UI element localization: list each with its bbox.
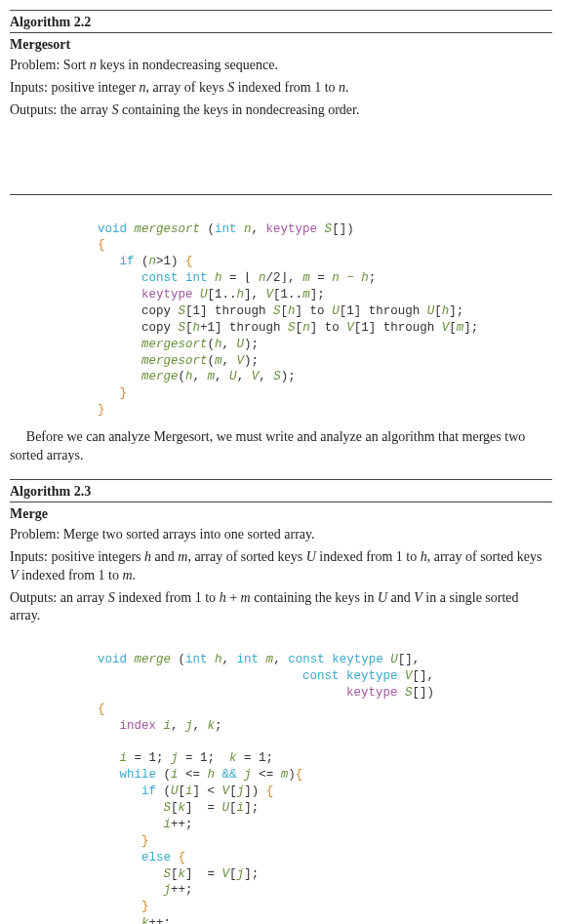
label: Inputs: <box>10 549 51 564</box>
text: the array S containing the keys in nonde… <box>60 102 360 117</box>
algo22-problem: Problem: Sort n keys in nondecreasing se… <box>10 57 552 75</box>
label: Inputs: <box>10 80 51 95</box>
algo22-name: Mergesort <box>10 37 552 53</box>
text: Sort n keys in nondecreasing sequence. <box>63 58 278 72</box>
mid-paragraph: Before we can analyze Mergesort, we must… <box>10 428 552 465</box>
label: Outputs: <box>10 102 60 117</box>
text: positive integer n, array of keys S inde… <box>51 80 348 95</box>
algo22-code: void mergesort (int n, keytype S[]) { if… <box>98 205 552 419</box>
algo23-outputs: Outputs: an array S indexed from 1 to h … <box>10 589 552 626</box>
text: an array S indexed from 1 to h + m conta… <box>10 590 519 623</box>
algo22-inputs: Inputs: positive integer n, array of key… <box>10 79 552 98</box>
label: Problem: <box>10 58 63 72</box>
algo22-outputs: Outputs: the array S containing the keys… <box>10 101 552 120</box>
text: positive integers h and m, array of sort… <box>10 549 542 583</box>
algo22-title: Algorithm 2.2 <box>10 15 552 30</box>
algo23-inputs: Inputs: positive integers h and m, array… <box>10 548 552 585</box>
label: Problem: <box>10 527 63 542</box>
algo23-code: void merge (int h, int m, const keytype … <box>98 635 552 924</box>
algo23-problem: Problem: Merge two sorted arrays into on… <box>10 526 552 544</box>
label: Outputs: <box>10 590 60 605</box>
text: Merge two sorted arrays into one sorted … <box>63 527 315 542</box>
algo23-name: Merge <box>10 506 552 522</box>
algo23-title: Algorithm 2.3 <box>10 484 552 500</box>
